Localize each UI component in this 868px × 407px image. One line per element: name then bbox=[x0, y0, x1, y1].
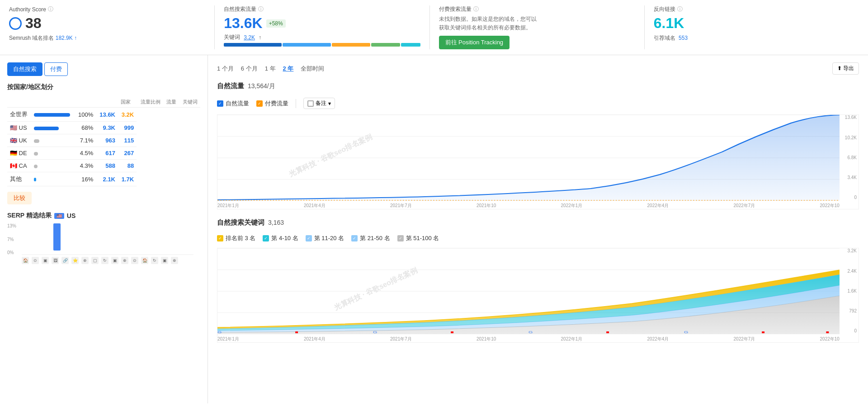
info-icon-organic[interactable]: ⓘ bbox=[258, 5, 264, 13]
keywords-val-4[interactable]: 88 bbox=[118, 160, 137, 172]
pb-orange bbox=[332, 43, 370, 47]
notes-dropdown[interactable]: 备注 ▾ bbox=[303, 98, 335, 109]
kw-11-20-label: 第 11-20 名 bbox=[314, 234, 344, 242]
y-7k: 6.8K bbox=[840, 155, 857, 160]
kw-legend-51-100[interactable]: ✓ 第 51-100 名 bbox=[397, 234, 439, 242]
col-traffic-val bbox=[75, 97, 96, 108]
table-row[interactable]: 🇨🇦 CA4.3%58888 bbox=[7, 160, 200, 172]
traffic-val-3[interactable]: 617 bbox=[96, 147, 118, 160]
kw-legend-11-20[interactable]: ✓ 第 11-20 名 bbox=[306, 234, 344, 242]
serp-icon-5: ⭐ bbox=[71, 257, 79, 264]
serp-region-flag: 🇺🇸 bbox=[54, 213, 64, 219]
tab-organic[interactable]: 自然搜索 bbox=[7, 62, 42, 76]
keywords-value: 3.2K bbox=[244, 34, 255, 41]
table-row[interactable]: 全世界100%13.6K3.2K bbox=[7, 108, 200, 122]
country-name-4: 🇨🇦 CA bbox=[7, 160, 31, 172]
keywords-val-1[interactable]: 999 bbox=[118, 122, 137, 134]
col-keywords bbox=[96, 97, 118, 108]
pb-blue-dark bbox=[224, 43, 282, 47]
bar-visual-2 bbox=[34, 139, 39, 143]
compare-button[interactable]: 比较 bbox=[7, 192, 32, 204]
traffic-val-4[interactable]: 588 bbox=[96, 160, 118, 172]
traffic-legend-row: ✓ 自然流量 ✓ 付费流量 备注 ▾ bbox=[217, 98, 859, 109]
kw-legend-4-10[interactable]: ✓ 第 4-10 名 bbox=[263, 234, 298, 242]
keywords-value-link[interactable]: 3.2K bbox=[244, 34, 255, 41]
keywords-val-0[interactable]: 3.2K bbox=[118, 108, 137, 122]
kw-x-axis: 2021年1月 2021年4月 2021年7月 2021年10 2022年1月 … bbox=[217, 336, 840, 342]
legend-organic[interactable]: ✓ 自然流量 bbox=[217, 99, 249, 108]
traffic-pct-0: 100% bbox=[75, 108, 96, 122]
keywords-label: 关键词 bbox=[224, 33, 240, 41]
info-icon[interactable]: ⓘ bbox=[48, 5, 53, 13]
keywords-arrow: ↑ bbox=[259, 34, 261, 41]
serp-icon-12: 🏠 bbox=[141, 257, 148, 264]
traffic-pct-3: 4.5% bbox=[75, 147, 96, 160]
kx-2021-4: 2021年4月 bbox=[304, 336, 326, 342]
keyword-svg: G ■ G ■ G ■ G ■ ■ bbox=[217, 248, 840, 334]
filter-all[interactable]: 全部时间 bbox=[301, 65, 324, 73]
kw-51-100-checkbox[interactable]: ✓ bbox=[397, 235, 404, 241]
traffic-val-2[interactable]: 963 bbox=[96, 134, 118, 147]
traffic-val-1[interactable]: 9.3K bbox=[96, 122, 118, 134]
x-2022-10: 2022年10 bbox=[820, 203, 840, 209]
kw-legend-21-50[interactable]: ✓ 第 21-50 名 bbox=[351, 234, 390, 242]
kw-top3-checkbox[interactable]: ✓ bbox=[217, 235, 223, 241]
pb-blue-mid bbox=[283, 43, 331, 47]
export-button[interactable]: ⬆ 导出 bbox=[832, 62, 859, 75]
country-name-0: 全世界 bbox=[7, 108, 31, 122]
table-row[interactable]: 🇬🇧 UK7.1%963115 bbox=[7, 134, 200, 147]
traffic-val-5[interactable]: 2.1K bbox=[96, 172, 118, 186]
svg-text:■: ■ bbox=[761, 330, 764, 334]
paid-checkbox[interactable]: ✓ bbox=[256, 100, 263, 107]
svg-rect-0 bbox=[53, 223, 61, 251]
authority-label-text: Authority Score bbox=[9, 6, 46, 13]
keywords-val-3[interactable]: 267 bbox=[118, 147, 137, 160]
traffic-progress-bar bbox=[224, 43, 420, 47]
kx-2022-10: 2022年10 bbox=[820, 336, 840, 342]
keywords-val-2[interactable]: 115 bbox=[118, 134, 137, 147]
kw-y-1k: 1.6K bbox=[840, 289, 857, 293]
traffic-bar-2 bbox=[31, 134, 75, 147]
traffic-pct-1: 68% bbox=[75, 122, 96, 134]
filter-6m[interactable]: 6 个月 bbox=[241, 65, 258, 73]
serp-region: US bbox=[67, 212, 75, 219]
tab-paid[interactable]: 付费 bbox=[44, 62, 68, 76]
kw-51-100-label: 第 51-100 名 bbox=[406, 234, 439, 242]
bar-visual-0 bbox=[34, 113, 70, 117]
x-2022-4: 2022年4月 bbox=[647, 203, 669, 209]
organic-checkbox[interactable]: ✓ bbox=[217, 100, 223, 107]
table-row[interactable]: 其他16%2.1K1.7K bbox=[7, 172, 200, 186]
backlinks-value: 6.1K bbox=[654, 15, 684, 32]
col-traffic-pct bbox=[31, 97, 75, 108]
referring-domains-row: 引荐域名 553 bbox=[654, 34, 850, 42]
table-row[interactable]: 🇺🇸 US68%9.3K999 bbox=[7, 122, 200, 134]
kw-4-10-checkbox[interactable]: ✓ bbox=[263, 235, 269, 241]
kw-21-50-label: 第 21-50 名 bbox=[360, 234, 390, 242]
kw-11-20-checkbox[interactable]: ✓ bbox=[306, 235, 312, 241]
domain-rank-value[interactable]: 182.9K ↑ bbox=[56, 35, 77, 41]
serp-icon-6: ⊕ bbox=[81, 257, 89, 264]
kw-legend-top3[interactable]: ✓ 排名前 3 名 bbox=[217, 234, 255, 242]
filter-1y[interactable]: 1 年 bbox=[265, 65, 276, 73]
traffic-chart-section: 自然流量 13,564/月 ✓ 自然流量 ✓ 付费流量 备注 ▾ bbox=[217, 82, 859, 209]
country-name-1: 🇺🇸 US bbox=[7, 122, 31, 134]
info-icon-backlinks[interactable]: ⓘ bbox=[677, 5, 683, 13]
search-tabs: 自然搜索 付费 bbox=[7, 62, 200, 76]
table-row[interactable]: 🇩🇪 DE4.5%617267 bbox=[7, 147, 200, 160]
traffic-bar-5 bbox=[31, 172, 75, 186]
filter-1m[interactable]: 1 个月 bbox=[217, 65, 234, 73]
filter-2y[interactable]: 2 年 bbox=[283, 65, 294, 73]
traffic-chart-title: 自然流量 bbox=[217, 82, 244, 90]
country-name-2: 🇬🇧 UK bbox=[7, 134, 31, 147]
pb-green bbox=[371, 43, 400, 47]
referring-value-link[interactable]: 553 bbox=[679, 35, 688, 41]
info-icon-paid[interactable]: ⓘ bbox=[473, 5, 479, 13]
position-tracking-button[interactable]: 前往 Position Tracking bbox=[439, 36, 510, 49]
keywords-val-5[interactable]: 1.7K bbox=[118, 172, 137, 186]
kw-21-50-checkbox[interactable]: ✓ bbox=[351, 235, 358, 241]
legend-paid[interactable]: ✓ 付费流量 bbox=[256, 99, 288, 108]
keyword-row: 关键词 3.2K ↑ bbox=[224, 33, 420, 41]
traffic-val-0[interactable]: 13.6K bbox=[96, 108, 118, 122]
authority-label: Authority Score ⓘ bbox=[9, 5, 205, 13]
kw-y-3k: 3.2K bbox=[840, 248, 857, 253]
